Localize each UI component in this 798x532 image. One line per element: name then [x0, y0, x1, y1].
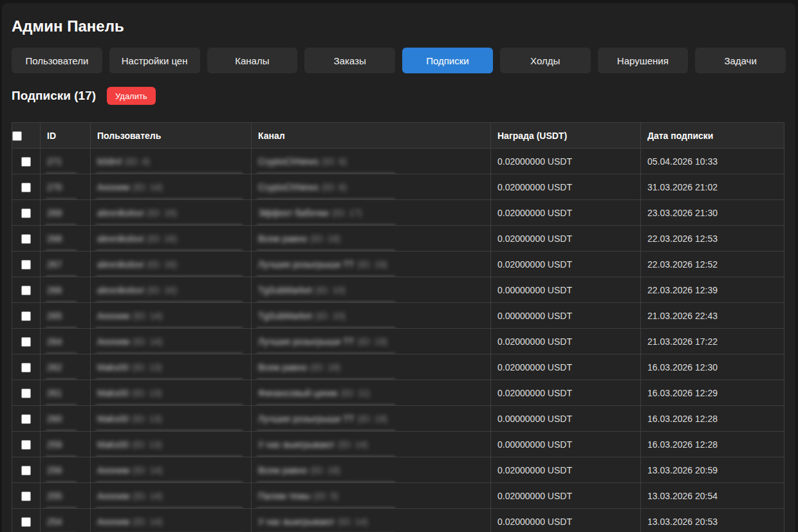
tab-orders[interactable]: Заказы — [304, 48, 395, 73]
row-checkbox-cell — [12, 200, 41, 226]
channel-id-suffix: (ID: 19) — [357, 336, 387, 347]
row-checkbox[interactable] — [21, 389, 31, 398]
subscription-id: 266 — [47, 285, 62, 295]
user-cell: Maks00(ID: 13) — [91, 432, 252, 457]
subscription-date: 16.03.2026 12:28 — [647, 414, 718, 424]
row-checkbox[interactable] — [21, 286, 31, 295]
subscription-id-cell: 260 — [41, 406, 91, 432]
subscription-id: 256 — [47, 465, 62, 475]
tab-holds[interactable]: Холды — [500, 48, 591, 73]
subscription-id: 264 — [47, 336, 62, 347]
row-checkbox-cell — [12, 432, 41, 457]
subscription-id: 261 — [47, 388, 62, 398]
user-name: b0dml(ID: 4) — [97, 156, 150, 167]
channel-id-suffix: (ID: 14) — [338, 439, 368, 450]
reward-cell: 0.02000000 USDT — [491, 329, 641, 354]
subscriptions-table: ID Пользователь Канал Награда (USDT) Дат… — [12, 122, 784, 532]
row-checkbox[interactable] — [21, 466, 31, 475]
channel-cell: У нас выигрывают(ID: 14) — [252, 509, 491, 532]
table-row: 265 Аноним(ID: 14) TgSubMarket(ID: 10) 0… — [12, 303, 784, 329]
user-cell: Аноним(ID: 14) — [91, 174, 252, 200]
channel-name: Лучшие розыгрыши ТТ(ID: 19) — [258, 414, 387, 424]
user-id-suffix: (ID: 13) — [132, 362, 162, 372]
subscription-id: 271 — [47, 156, 62, 167]
reward-value: 0.02000000 USDT — [497, 156, 572, 167]
user-name: Аноним(ID: 14) — [97, 311, 163, 321]
tab-channels[interactable]: Каналы — [207, 48, 298, 73]
reward-value: 0.02000000 USDT — [497, 182, 572, 192]
table-row: 266 alexnikolovi(ID: 16) TgSubMarket(ID:… — [12, 277, 784, 303]
select-all-checkbox[interactable] — [12, 131, 22, 141]
user-id-suffix: (ID: 16) — [147, 259, 177, 270]
channel-name: Финансовый циник(ID: 11) — [258, 388, 370, 398]
channel-id-suffix: (ID: 17) — [332, 208, 362, 218]
reward-cell: 0.00000000 USDT — [491, 406, 641, 432]
subscription-id: 265 — [47, 311, 62, 321]
channel-cell: TgSubMarket(ID: 10) — [252, 303, 491, 329]
row-checkbox[interactable] — [21, 183, 31, 192]
subscription-id: 254 — [47, 517, 62, 527]
subscription-id-cell: 266 — [41, 277, 91, 303]
channel-id-suffix: (ID: 11) — [340, 388, 370, 398]
user-cell: Аноним(ID: 14) — [91, 303, 252, 329]
row-checkbox[interactable] — [21, 440, 31, 450]
user-id-suffix: (ID: 16) — [147, 208, 177, 218]
channel-id-suffix: (ID: 10) — [315, 285, 346, 295]
channel-cell: Финансовый циник(ID: 11) — [252, 380, 491, 406]
row-checkbox[interactable] — [21, 157, 31, 167]
channel-cell: У нас выигрывают(ID: 14) — [252, 432, 491, 457]
channel-id-suffix: (ID: 6) — [322, 156, 347, 167]
tab-users[interactable]: Пользователи — [12, 48, 102, 73]
user-cell: Maks00(ID: 13) — [91, 354, 252, 380]
row-checkbox[interactable] — [21, 517, 31, 527]
tab-subscriptions[interactable]: Подписки — [402, 48, 493, 73]
tab-tasks[interactable]: Задачи — [695, 48, 786, 73]
row-checkbox-cell — [12, 380, 41, 406]
tab-violations[interactable]: Нарушения — [598, 48, 689, 73]
user-name: Maks00(ID: 13) — [97, 362, 162, 372]
reward-cell: 0.02000000 USDT — [491, 226, 641, 252]
user-id-suffix: (ID: 14) — [133, 465, 163, 475]
row-checkbox[interactable] — [21, 491, 31, 501]
row-checkbox[interactable] — [21, 337, 31, 347]
row-checkbox-cell — [12, 329, 41, 354]
subscription-date: 31.03.2026 21:02 — [647, 182, 718, 192]
subscription-date: 22.03.2026 12:52 — [647, 259, 718, 270]
column-header-reward: Награда (USDT) — [491, 123, 641, 149]
row-checkbox[interactable] — [21, 311, 31, 321]
user-cell: Maks00(ID: 13) — [91, 380, 252, 406]
reward-value: 0.02000000 USDT — [497, 388, 572, 398]
row-checkbox[interactable] — [21, 234, 31, 244]
channel-cell: Лучшие розыгрыши ТТ(ID: 19) — [252, 252, 491, 277]
user-name: Аноним(ID: 14) — [97, 491, 163, 501]
subscription-id: 262 — [47, 362, 62, 372]
subscription-id-cell: 255 — [41, 483, 91, 509]
date-cell: 16.03.2026 12:30 — [641, 354, 784, 380]
table-row: 254 Аноним(ID: 14) У нас выигрывают(ID: … — [12, 509, 784, 532]
row-checkbox[interactable] — [21, 260, 31, 270]
channel-id-suffix: (ID: 14) — [338, 517, 368, 527]
column-header-user: Пользователь — [91, 123, 252, 149]
table-row: 270 Аноним(ID: 14) CryptoChNews(ID: 6) 0… — [12, 174, 784, 200]
user-cell: alexnikolovi(ID: 16) — [91, 226, 252, 252]
user-cell: alexnikolovi(ID: 16) — [91, 252, 252, 277]
subscription-id-cell: 270 — [41, 174, 91, 200]
user-id-suffix: (ID: 14) — [133, 517, 163, 527]
tab-price-settings[interactable]: Настройки цен — [109, 48, 200, 73]
row-checkbox[interactable] — [21, 363, 31, 372]
subscription-date: 21.03.2026 17:22 — [647, 336, 718, 347]
delete-button[interactable]: Удалить — [107, 87, 156, 105]
user-name: alexnikolovi(ID: 16) — [97, 259, 177, 270]
subscription-id-cell: 254 — [41, 509, 91, 532]
reward-value: 0.02000000 USDT — [497, 362, 572, 372]
user-cell: alexnikolovi(ID: 16) — [91, 200, 252, 226]
row-checkbox-cell — [12, 354, 41, 380]
reward-cell: 0.00000000 USDT — [491, 303, 641, 329]
reward-value: 0.00000000 USDT — [497, 311, 572, 321]
table-row: 267 alexnikolovi(ID: 16) Лучшие розыгрыш… — [12, 252, 784, 277]
channel-cell: Всем равно(ID: 18) — [252, 226, 491, 252]
row-checkbox[interactable] — [21, 414, 31, 424]
channel-name: Эффект бабочки(ID: 17) — [258, 208, 362, 218]
row-checkbox[interactable] — [21, 208, 31, 218]
date-cell: 13.03.2026 20:54 — [641, 483, 784, 509]
